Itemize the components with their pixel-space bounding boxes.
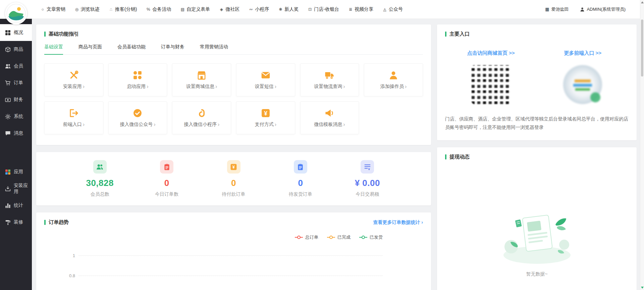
tab-orders-finance[interactable]: 订单与财务 bbox=[161, 44, 184, 54]
empty-state-text: 暂无数据~ bbox=[526, 271, 547, 277]
nav-event-activity[interactable]: %会务活动 bbox=[146, 6, 171, 12]
tab-basic-settings[interactable]: 基础设置 bbox=[44, 44, 63, 54]
members-icon bbox=[93, 160, 107, 174]
app-logo[interactable] bbox=[5, 2, 27, 25]
guide-card-wechat-mini[interactable]: 接入微信小程序› bbox=[172, 101, 231, 134]
chevron-right-icon: › bbox=[275, 84, 276, 89]
sidebar-item-system[interactable]: 系统 bbox=[0, 108, 32, 125]
sidebar-item-apps[interactable]: 应用 bbox=[0, 163, 32, 180]
trends-header: 订单趋势 查看更多订单数据统计 › bbox=[44, 219, 423, 226]
nav-label: 视频分享 bbox=[355, 6, 373, 12]
guide-card-label: 前端入口› bbox=[63, 122, 85, 128]
video-share-icon: ≣ bbox=[348, 7, 353, 12]
site-name: 爱游盐田 bbox=[551, 6, 569, 12]
nav-official-account[interactable]: ◬公众号 bbox=[382, 6, 403, 12]
more-frontend-entry-link[interactable]: 更多前端入口 >> bbox=[564, 50, 601, 56]
sidebar-item-messages[interactable]: 消息 bbox=[0, 125, 32, 142]
sidebar-item-products[interactable]: 商品 bbox=[0, 41, 32, 58]
stats-panel: 30,828 会员总数 0 今日订单数 ¥ 0 待付款订单 0 待发货订单 bbox=[36, 152, 431, 205]
sidebar-item-overview[interactable]: 概况 bbox=[0, 24, 32, 41]
guide-card-sms[interactable]: 设置短信› bbox=[236, 63, 295, 96]
chat-bubble-icon bbox=[5, 131, 11, 136]
page-scrollbar[interactable] bbox=[640, 0, 644, 290]
gear-icon bbox=[5, 114, 11, 119]
guide-card-install-app[interactable]: 安装应用› bbox=[44, 63, 103, 96]
order-trends-panel: 订单趋势 查看更多订单数据统计 › 总订单 已完成 已发货 bbox=[36, 212, 431, 290]
event-activity-icon: % bbox=[146, 7, 151, 12]
person-icon bbox=[580, 7, 585, 12]
scroll-down-arrow-icon[interactable] bbox=[641, 287, 644, 289]
chart-gridline-row: 1 bbox=[64, 252, 383, 258]
guide-card-add-operator[interactable]: 添加操作员› bbox=[364, 63, 423, 96]
official-account-icon: ◬ bbox=[382, 7, 387, 12]
tab-products-pages[interactable]: 商品与页面 bbox=[78, 44, 102, 54]
tab-member-basics[interactable]: 会员基础功能 bbox=[117, 44, 146, 54]
guide-card-template-message[interactable]: 微信模板消息› bbox=[300, 101, 359, 134]
nav-article-marketing[interactable]: ○文章营销 bbox=[40, 6, 65, 12]
guide-card-frontend-entry[interactable]: 前端入口› bbox=[44, 101, 103, 134]
tab-marketing-activities[interactable]: 常用营销活动 bbox=[200, 44, 228, 54]
nav-label: 文章营销 bbox=[47, 6, 65, 12]
withdraw-activity-panel: 提现动态 bbox=[437, 147, 637, 290]
nav-community[interactable]: ◈微社区 bbox=[219, 6, 239, 12]
svg-text:¥: ¥ bbox=[264, 110, 267, 116]
nav-store-cashier[interactable]: ⊡门店-收银台 bbox=[308, 6, 339, 12]
title-accent-bar bbox=[445, 32, 446, 37]
nav-custom-form[interactable]: ▤自定义表单 bbox=[180, 6, 210, 12]
sidebar-item-install-apps[interactable]: 安装应用 bbox=[0, 180, 32, 197]
panel-title-text: 基础功能指引 bbox=[49, 31, 79, 37]
guide-card-launch-app[interactable]: 启动应用› bbox=[108, 63, 167, 96]
guide-card-mall-info[interactable]: 设置商城信息› bbox=[172, 63, 231, 96]
sidebar-item-members[interactable]: 会员 bbox=[0, 58, 32, 75]
nav-video-share[interactable]: ≣视频分享 bbox=[348, 6, 373, 12]
sidebar-item-finance[interactable]: 财务 bbox=[0, 91, 32, 108]
site-switcher[interactable]: ▦ 爱游盐田 bbox=[545, 6, 569, 12]
finance-icon bbox=[5, 97, 11, 103]
frontend-entry: 更多前端入口 >> bbox=[537, 50, 629, 104]
site-grid-icon: ▦ bbox=[545, 7, 549, 12]
mini-program-s-icon bbox=[197, 108, 206, 118]
guide-card-logistics[interactable]: 设置物流查询› bbox=[300, 63, 359, 96]
nav-browse-tracks[interactable]: ◎浏览轨迹 bbox=[74, 6, 100, 12]
panel-title-text: 主要入口 bbox=[449, 31, 470, 37]
withdraw-panel-title: 提现动态 bbox=[445, 154, 629, 160]
legend-total-orders[interactable]: 总订单 bbox=[295, 234, 318, 240]
empty-state: 暂无数据~ bbox=[445, 207, 629, 277]
nav-mini-program[interactable]: ∾小程序 bbox=[249, 6, 269, 12]
guide-card-wechat-official[interactable]: 接入微信公众号› bbox=[108, 101, 167, 134]
chevron-right-icon: › bbox=[83, 84, 85, 89]
person-icon bbox=[389, 70, 398, 80]
title-accent-bar bbox=[44, 32, 46, 37]
sidebar-item-decoration[interactable]: 装修 bbox=[0, 214, 32, 231]
stat-members-total: 30,828 会员总数 bbox=[66, 160, 133, 197]
sidebar-label: 概况 bbox=[14, 30, 23, 36]
nav-distribution[interactable]: ∴推客(分销) bbox=[109, 6, 137, 12]
empty-state-illustration bbox=[498, 207, 576, 266]
product-icon bbox=[5, 47, 11, 52]
panel-title-text: 提现动态 bbox=[449, 154, 470, 160]
sidebar-label: 统计 bbox=[14, 202, 23, 208]
guide-card-payment[interactable]: ¥ 支付方式› bbox=[236, 101, 295, 134]
stat-value: ¥ 0.00 bbox=[355, 178, 380, 188]
legend-completed[interactable]: 已完成 bbox=[327, 234, 351, 240]
nav-newcomer-award[interactable]: ❋新人奖 bbox=[278, 6, 299, 12]
scrollbar-thumb[interactable] bbox=[641, 19, 643, 77]
svg-text:¥: ¥ bbox=[232, 164, 235, 170]
guide-card-label: 接入微信公众号› bbox=[120, 122, 155, 128]
user-menu[interactable]: ADMIN(系统管理员) bbox=[580, 6, 626, 12]
legend-shipped[interactable]: 已发货 bbox=[359, 234, 383, 240]
scroll-up-arrow-icon[interactable] bbox=[641, 1, 644, 3]
more-order-stats-link[interactable]: 查看更多订单数据统计 › bbox=[373, 220, 423, 226]
stat-value: 0 bbox=[298, 178, 303, 188]
nav-label: 微社区 bbox=[225, 6, 239, 12]
nav-label: 自定义表单 bbox=[186, 6, 210, 12]
sidebar-item-statistics[interactable]: 统计 bbox=[0, 197, 32, 214]
yuan-square-icon: ¥ bbox=[261, 108, 270, 118]
apps-icon bbox=[5, 169, 11, 175]
sidebar-secondary-group: 应用 安装应用 统计 装修 bbox=[0, 163, 32, 231]
clipboard-icon bbox=[294, 160, 307, 174]
mall-home-link[interactable]: 点击访问商城首页 >> bbox=[467, 50, 515, 56]
community-icon: ◈ bbox=[219, 7, 224, 12]
chevron-right-icon: › bbox=[275, 122, 276, 127]
sidebar-item-orders[interactable]: 订单 bbox=[0, 75, 32, 91]
